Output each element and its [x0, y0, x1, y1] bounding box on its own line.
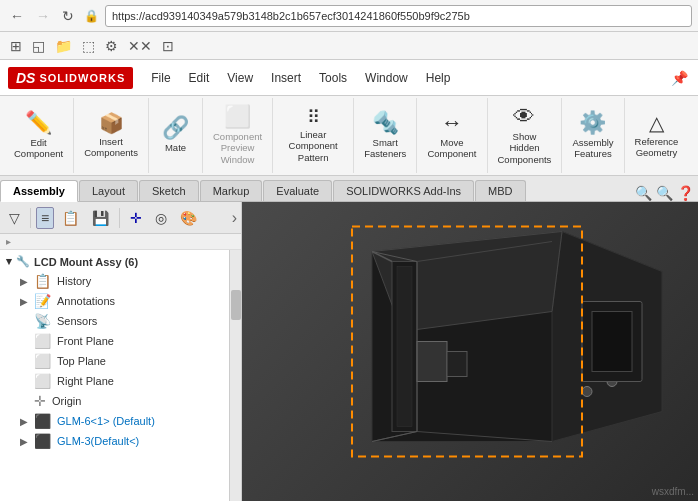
tree-item-front-plane[interactable]: ▶ ⬜ Front Plane	[0, 331, 229, 351]
edit-component-label: EditComponent	[14, 137, 63, 160]
history-icon: 📋	[34, 273, 51, 289]
linear-pattern-button[interactable]: ⠿ Linear ComponentPattern	[277, 104, 349, 167]
plus-button[interactable]: ✛	[125, 207, 147, 229]
move-component-button[interactable]: ↔️ MoveComponent	[421, 108, 482, 164]
tree-item-origin[interactable]: ▶ ✛ Origin	[0, 391, 229, 411]
watermark: wsxdfm...	[652, 486, 694, 497]
right-plane-label: Right Plane	[57, 375, 114, 387]
tab-solidworks-addins[interactable]: SOLIDWORKS Add-Ins	[333, 180, 474, 201]
assembly-features-button[interactable]: ⚙️ AssemblyFeatures	[566, 108, 619, 164]
grid-icon[interactable]: ⊞	[8, 36, 24, 56]
edit-component-button[interactable]: ✏️ EditComponent	[8, 108, 69, 164]
component-preview-button[interactable]: ⬜ ComponentPreviewWindow	[207, 102, 268, 169]
top-plane-label: Top Plane	[57, 355, 106, 367]
folder-icon[interactable]: 📁	[53, 36, 74, 56]
tree-item-history[interactable]: ▶ 📋 History	[0, 271, 229, 291]
show-hidden-label: ShowHiddenComponents	[498, 131, 552, 165]
expand-button[interactable]: ›	[232, 209, 237, 227]
edit-component-icon: ✏️	[25, 112, 52, 134]
sidebar-scroll-thumb[interactable]	[231, 290, 241, 320]
tree-item-glm1[interactable]: ▶ ⬛ GLM-6<1> (Default)	[0, 411, 229, 431]
tab-layout[interactable]: Layout	[79, 180, 138, 201]
tree-root-icon: 🔧	[16, 255, 30, 268]
insert-components-button[interactable]: 📦 InsertComponents	[78, 109, 144, 163]
search-options-icon[interactable]: 🔍	[656, 185, 673, 201]
mate-icon: 🔗	[162, 117, 189, 139]
menu-edit[interactable]: Edit	[181, 68, 218, 88]
menu-tools[interactable]: Tools	[311, 68, 355, 88]
pin-icon[interactable]: 📌	[669, 68, 690, 88]
config-manager-button[interactable]: 💾	[87, 207, 114, 229]
color-button[interactable]: 🎨	[175, 207, 202, 229]
svg-rect-8	[592, 312, 632, 372]
refresh-button[interactable]: ↻	[58, 6, 78, 26]
sidebar-search-row: ▸	[0, 234, 241, 250]
origin-icon: ✛	[34, 393, 46, 409]
svg-rect-11	[417, 342, 447, 382]
tab-mbd[interactable]: MBD	[475, 180, 525, 201]
lock-icon: 🔒	[84, 9, 99, 23]
glm1-label: GLM-6<1> (Default)	[57, 415, 155, 427]
smart-fasteners-button[interactable]: 🔩 SmartFasteners	[358, 108, 412, 164]
address-bar[interactable]	[105, 5, 692, 27]
forward-button[interactable]: →	[32, 6, 54, 26]
menu-view[interactable]: View	[219, 68, 261, 88]
menu-bar: File Edit View Insert Tools Window Help	[143, 68, 458, 88]
tab-assembly[interactable]: Assembly	[0, 180, 78, 202]
tree-item-right-plane[interactable]: ▶ ⬜ Right Plane	[0, 371, 229, 391]
help-icon[interactable]: ❓	[677, 185, 694, 201]
cad-model-svg	[242, 202, 698, 501]
tree-view-button[interactable]: ≡	[36, 207, 54, 229]
reference-geometry-icon: △	[649, 113, 664, 133]
tree-item-sensors[interactable]: ▶ 📡 Sensors	[0, 311, 229, 331]
glm2-icon: ⬛	[34, 433, 51, 449]
menu-window[interactable]: Window	[357, 68, 416, 88]
svg-point-6	[582, 387, 592, 397]
tab-evaluate[interactable]: Evaluate	[263, 180, 332, 201]
tree-root-expand: ▾	[6, 255, 12, 268]
toolbar-section-mate: 🔗 Mate	[149, 98, 203, 173]
move-component-label: MoveComponent	[427, 137, 476, 160]
tree-item-glm2[interactable]: ▶ ⬛ GLM-3(Default<)	[0, 431, 229, 451]
show-hidden-button[interactable]: 👁 ShowHiddenComponents	[492, 102, 558, 169]
tree-root-label: LCD Mount Assy (6)	[34, 256, 138, 268]
browser-nav: ← → ↻	[6, 6, 78, 26]
sidebar-scrollbar[interactable]	[229, 250, 241, 501]
smart-fasteners-label: SmartFasteners	[364, 137, 406, 160]
rebuild-icon[interactable]: ⊡	[160, 36, 176, 56]
annotations-icon: 📝	[34, 293, 51, 309]
back-button[interactable]: ←	[6, 6, 28, 26]
insert-components-label: InsertComponents	[84, 136, 138, 159]
menu-insert[interactable]: Insert	[263, 68, 309, 88]
tree-item-annotations[interactable]: ▶ 📝 Annotations	[0, 291, 229, 311]
tab-sketch[interactable]: Sketch	[139, 180, 199, 201]
settings-icon[interactable]: ⚙	[103, 36, 120, 56]
app-header: DS SOLIDWORKS File Edit View Insert Tool…	[0, 60, 698, 96]
target-button[interactable]: ◎	[150, 207, 172, 229]
annotations-label: Annotations	[57, 295, 115, 307]
tab-markup[interactable]: Markup	[200, 180, 263, 201]
tree-item-top-plane[interactable]: ▶ ⬜ Top Plane	[0, 351, 229, 371]
origin-label: Origin	[52, 395, 81, 407]
tree-area: ▾ 🔧 LCD Mount Assy (6) ▶ 📋 History ▶ 📝 A…	[0, 250, 229, 501]
tree-root[interactable]: ▾ 🔧 LCD Mount Assy (6)	[0, 252, 229, 271]
mate-button[interactable]: 🔗 Mate	[153, 113, 198, 157]
linear-pattern-icon: ⠿	[307, 108, 320, 126]
search-icon[interactable]: 🔍	[635, 185, 652, 201]
save-icon[interactable]: ⬚	[80, 36, 97, 56]
menu-help[interactable]: Help	[418, 68, 459, 88]
window-icon[interactable]: ◱	[30, 36, 47, 56]
browser-bar: ← → ↻ 🔒	[0, 0, 698, 32]
close-all-icon[interactable]: ✕✕	[126, 36, 154, 56]
move-component-icon: ↔️	[441, 112, 463, 134]
show-hidden-icon: 👁	[513, 106, 535, 128]
reference-geometry-button[interactable]: △ ReferenceGeometry	[629, 109, 685, 163]
property-manager-button[interactable]: 📋	[57, 207, 84, 229]
toolbar-section-preview: ⬜ ComponentPreviewWindow	[203, 98, 273, 173]
filter-button[interactable]: ▽	[4, 207, 25, 229]
main-area: ▽ ≡ 📋 💾 ✛ ◎ 🎨 › ▸ ▾ 🔧 LCD Mount Assy (6)	[0, 202, 698, 501]
menu-file[interactable]: File	[143, 68, 178, 88]
front-plane-label: Front Plane	[57, 335, 114, 347]
toolbar-section-assembly-features: ⚙️ AssemblyFeatures	[562, 98, 624, 173]
sidebar-toolbar: ▽ ≡ 📋 💾 ✛ ◎ 🎨 ›	[0, 202, 241, 234]
